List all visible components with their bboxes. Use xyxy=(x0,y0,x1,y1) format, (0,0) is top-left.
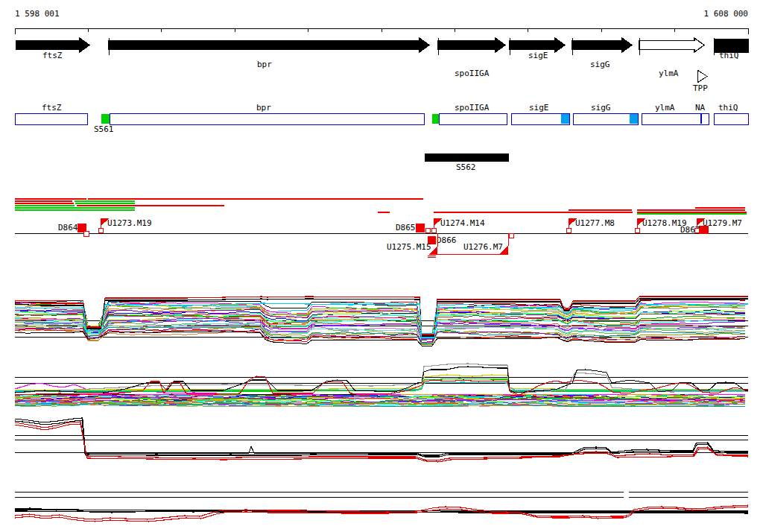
alignment-track xyxy=(15,199,747,214)
gene-box-label-ftsZ: ftsZ xyxy=(42,103,62,113)
primer-label-U1274.M14: U1274.M14 xyxy=(440,218,485,228)
primer-label-D866: D866 xyxy=(437,235,457,245)
gene-arrow-sigG[interactable] xyxy=(572,38,632,52)
primer-open-square[interactable] xyxy=(425,228,430,232)
coordinate-left: 1 598 001 xyxy=(15,9,60,19)
primer-label-U1279.M7: U1279.M7 xyxy=(703,218,742,228)
green-marker[interactable] xyxy=(432,114,439,124)
tpp-triangle-icon[interactable] xyxy=(697,70,707,83)
series-black-1 xyxy=(15,418,748,455)
primer-label-U1273.M19: U1273.M19 xyxy=(107,218,152,228)
gene-box-ftsZ[interactable] xyxy=(15,113,87,124)
primer-open-square[interactable] xyxy=(509,233,513,238)
primer-label-D864: D864 xyxy=(58,223,78,232)
gene-box-ylmA[interactable] xyxy=(642,113,709,124)
divider-marker[interactable] xyxy=(700,114,702,124)
s562-label: S562 xyxy=(456,162,476,172)
gene-arrow-bpr[interactable] xyxy=(109,38,429,52)
gene-box-label-spoIIGA: spoIIGA xyxy=(455,103,490,113)
primer-label-U1276.M7: U1276.M7 xyxy=(463,242,503,252)
gene-arrow-label-ftsZ: ftsZ xyxy=(42,51,63,60)
gene-arrow-label-sigE: sigE xyxy=(528,51,548,60)
gene-box-track: ftsZbprspoIIGAsigEsigGylmAthiQS561NA xyxy=(15,103,748,134)
primer-label-U1277.M8: U1277.M8 xyxy=(575,218,615,228)
primer-label-U1275.M15: U1275.M15 xyxy=(387,242,431,252)
primer-base-square[interactable] xyxy=(694,228,699,232)
gene-box-label-ylmA: ylmA xyxy=(655,103,675,113)
primer-base-square[interactable] xyxy=(635,228,639,232)
s562-bar[interactable] xyxy=(425,153,509,162)
gene-arrow-spoIIGA[interactable] xyxy=(438,38,505,52)
primer-track: D864U1273.M19D865U1274.M14D866U1275.M15U… xyxy=(15,218,748,257)
green-marker[interactable] xyxy=(101,114,110,124)
primer-base-square[interactable] xyxy=(431,228,436,232)
gene-arrow-ylmA[interactable] xyxy=(639,38,704,52)
marker-label-NA: NA xyxy=(695,103,706,113)
gene-box-spoIIGA[interactable] xyxy=(439,113,507,124)
primer-base-square[interactable] xyxy=(98,228,103,232)
gene-box-label-sigE: sigE xyxy=(529,103,549,113)
primer-base-square[interactable] xyxy=(566,228,571,232)
gene-box-thiQ[interactable] xyxy=(714,113,748,124)
signal-track-2[interactable] xyxy=(15,364,748,406)
gene-arrow-label-thiQ: thiQ xyxy=(719,51,739,60)
marker-label-S561: S561 xyxy=(94,124,114,134)
gene-arrow-label-sigG: sigG xyxy=(590,60,610,69)
gene-arrow-label-ylmA: ylmA xyxy=(659,69,679,78)
gene-box-label-bpr: bpr xyxy=(256,103,271,113)
gene-arrow-label-bpr: bpr xyxy=(257,60,272,69)
cyan-marker[interactable] xyxy=(630,114,638,124)
gene-box-sigE[interactable] xyxy=(511,113,569,124)
primer-label-D865: D865 xyxy=(396,223,416,232)
signal-track-4[interactable] xyxy=(15,492,748,522)
tpp-label: TPP xyxy=(693,83,708,93)
gene-box-label-thiQ: thiQ xyxy=(718,103,738,113)
primer-box-D865[interactable] xyxy=(416,224,425,232)
genome-scene: ftsZbprspoIIGAsigEsigGylmAthiQTPPftsZbpr… xyxy=(0,0,763,532)
signal-track-1[interactable] xyxy=(15,297,748,346)
cyan-marker[interactable] xyxy=(561,114,569,124)
series-red-2 xyxy=(15,424,748,462)
series-black-2 xyxy=(15,420,748,457)
primer-open-square[interactable] xyxy=(83,231,89,236)
coordinate-right: 1 608 000 xyxy=(703,9,748,19)
gene-box-bpr[interactable] xyxy=(110,113,424,124)
gene-arrow-track: ftsZbprspoIIGAsigEsigGylmAthiQTPP xyxy=(16,38,748,93)
signal-track-3[interactable] xyxy=(15,418,748,462)
segment-track: S562 xyxy=(425,153,509,172)
ruler xyxy=(15,28,748,34)
gene-box-sigG[interactable] xyxy=(573,113,638,124)
genome-browser-view: 1 598 001 1 608 000 ftsZbprspoIIGAsigEsi… xyxy=(0,0,763,532)
gene-arrow-label-spoIIGA: spoIIGA xyxy=(455,69,490,78)
gene-box-label-sigG: sigG xyxy=(591,103,611,113)
